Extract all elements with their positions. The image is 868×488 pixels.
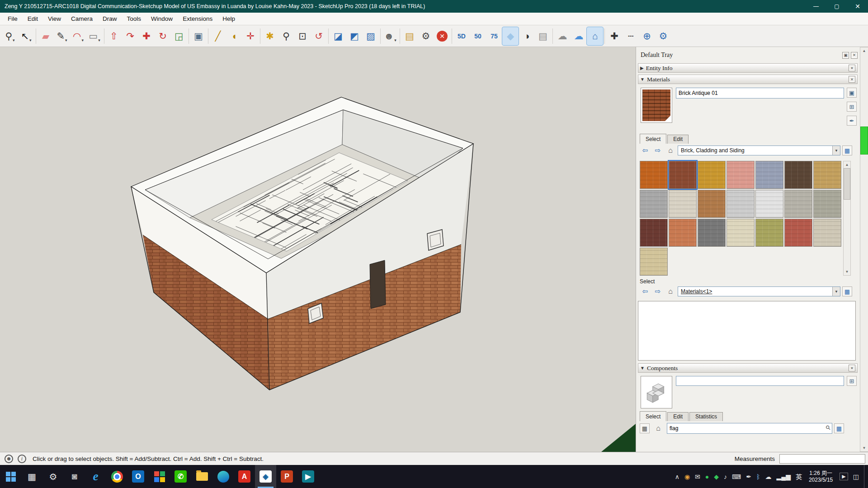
axes-tool[interactable]: ✛ (242, 27, 259, 45)
camera-app-icon[interactable]: ◙ (64, 465, 85, 488)
ime-icon[interactable]: 英 (796, 474, 802, 480)
volume-icon[interactable]: ♪ (724, 474, 727, 480)
defender-icon[interactable]: ◆ (714, 474, 719, 480)
push-pull-tool[interactable]: ⇧ (106, 27, 122, 45)
warehouse-button[interactable]: ⌂ (587, 27, 603, 45)
swatch-stone-blue-gray[interactable] (755, 161, 783, 189)
orbit-tool[interactable]: ↺ (311, 27, 327, 45)
swatch-siding-white[interactable] (755, 190, 783, 218)
compass-button[interactable]: ⊕ (639, 27, 655, 45)
section-cuts-tool[interactable]: ◩ (346, 27, 363, 45)
minimize-button[interactable]: — (806, 0, 826, 13)
swatch-stone-beige[interactable] (669, 190, 697, 218)
swatch-brick-antique[interactable] (669, 161, 697, 189)
select-tool[interactable]: ↖▾ (18, 27, 34, 45)
menu-camera[interactable]: Camera (66, 14, 98, 24)
material-preview[interactable] (641, 88, 672, 123)
model-viewport[interactable] (0, 47, 636, 452)
tray-scrollbar[interactable]: ▲ ▼ (860, 47, 868, 452)
swatch-stone-olive[interactable] (755, 219, 783, 247)
file-explorer-icon[interactable] (191, 465, 212, 488)
onedrive-icon[interactable]: ☁ (765, 474, 771, 480)
collapse-arrow-icon[interactable]: ▼ (640, 77, 645, 82)
scroll-down-icon[interactable]: ▼ (863, 445, 866, 451)
materials-in-model-dropdown[interactable]: Materials<1> ▼ (678, 286, 840, 296)
maximize-button[interactable]: ▢ (826, 0, 847, 13)
dropdown-caret-icon[interactable]: ▾ (65, 38, 67, 45)
rectangle-tool[interactable]: ▭▾ (86, 27, 103, 45)
entity-info-close-icon[interactable]: ✕ (849, 65, 855, 71)
red-a-app-icon[interactable]: A (234, 465, 255, 488)
swatch-siding-brown[interactable] (698, 190, 726, 218)
scroll-down-icon[interactable]: ▼ (845, 268, 849, 275)
menu-view[interactable]: View (43, 14, 66, 24)
sketchup-app-icon[interactable]: ◈ (255, 465, 276, 488)
components-header[interactable]: ▼ Components ✕ (638, 363, 858, 373)
zoom-window-tool[interactable]: ⚲▾ (2, 27, 18, 45)
move-tool[interactable]: ✚ (138, 27, 155, 45)
bluetooth-icon[interactable]: ᛒ (756, 474, 760, 480)
components-tab-edit[interactable]: Edit (667, 412, 689, 421)
view-options-icon[interactable]: ▦ (640, 423, 650, 433)
tray-scroll-thumb[interactable] (860, 127, 868, 155)
home-icon[interactable]: ⌂ (651, 423, 665, 433)
swatch-siding-light[interactable] (726, 190, 755, 218)
geolocation-icon[interactable]: ☻ (5, 455, 13, 463)
dropdown-caret-icon[interactable]: ▾ (81, 38, 84, 45)
menu-extensions[interactable]: Extensions (178, 14, 217, 24)
cancel-button[interactable]: ✕ (434, 27, 450, 45)
menu-draw[interactable]: Draw (98, 14, 122, 24)
mail-tray-icon[interactable]: ✉ (695, 474, 700, 480)
extension-cloud-button[interactable]: ☁ (571, 27, 587, 45)
swatch-stone-green-gray[interactable] (813, 190, 841, 218)
components-close-icon[interactable]: ✕ (849, 365, 855, 371)
swatch-stone-red[interactable] (784, 219, 812, 247)
measurements-input[interactable] (779, 454, 865, 464)
account-button[interactable]: ☻▾ (382, 27, 398, 45)
arc-tool[interactable]: ◠▾ (70, 27, 86, 45)
materials-tab-select[interactable]: Select (640, 134, 666, 144)
menu-window[interactable]: Window (146, 14, 178, 24)
swatch-brick-tan[interactable] (813, 161, 841, 189)
rotate-tool[interactable]: ↻ (155, 27, 171, 45)
protractor-tool[interactable]: ◖ (226, 27, 242, 45)
chrome-app-icon[interactable] (106, 465, 127, 488)
secondary-selection-pane-icon[interactable]: ▦ (842, 145, 852, 155)
tray-options-icon[interactable]: ▣ (842, 52, 849, 59)
extension-75-button[interactable]: 75 (486, 27, 502, 45)
scroll-up-icon[interactable]: ▲ (845, 161, 849, 168)
zoom-extents-tool[interactable]: ⊡ (294, 27, 311, 45)
scale-tool[interactable]: ◲ (171, 27, 187, 45)
materials-close-icon[interactable]: ✕ (849, 76, 855, 83)
scroll-up-icon[interactable]: ▲ (863, 47, 866, 54)
settings-button[interactable]: ⚙ (418, 27, 434, 45)
forward-arrow-icon[interactable]: ⇨ (652, 286, 663, 296)
components-search-input[interactable] (667, 423, 832, 434)
edge-browser-icon[interactable] (212, 465, 234, 488)
extension-5d-button[interactable]: 5D (453, 27, 470, 45)
powerpoint-app-icon[interactable]: P (276, 465, 297, 488)
office-app-icon[interactable] (149, 465, 170, 488)
close-button[interactable]: ✕ (847, 0, 868, 13)
section-fill-tool[interactable]: ▨ (363, 27, 379, 45)
make-component-tool[interactable]: ▣ (190, 27, 207, 45)
component-preview[interactable] (641, 376, 672, 408)
dropdown-caret-icon[interactable]: ▾ (13, 38, 15, 45)
embassy-model[interactable] (131, 97, 473, 390)
tape-measure-tool[interactable]: ╱ (210, 27, 226, 45)
extension-50-button[interactable]: 50 (470, 27, 486, 45)
materials-grid-scrollbar[interactable]: ▲ ▼ (843, 161, 851, 276)
swatch-stone-dark-gray[interactable] (698, 219, 726, 247)
taskbar-clock[interactable]: 1:26 周一 2023/5/15 (807, 470, 835, 483)
materials-tab-edit[interactable]: Edit (667, 135, 689, 144)
entity-info-header[interactable]: ▶ Entity Info ✕ (638, 63, 858, 73)
app-tray-icon-1[interactable]: ◉ (684, 474, 690, 480)
menu-edit[interactable]: Edit (23, 14, 43, 24)
swatch-stone-gray-blocks[interactable] (640, 190, 668, 218)
outlook-app-icon[interactable]: O (127, 465, 149, 488)
component-name-input[interactable] (676, 376, 844, 386)
media-play-icon[interactable]: ▶ (840, 473, 848, 480)
edge-app-icon[interactable]: e (85, 465, 106, 488)
expand-arrow-icon[interactable]: ▶ (640, 66, 644, 70)
swatch-brick-rough-red[interactable] (640, 219, 668, 247)
